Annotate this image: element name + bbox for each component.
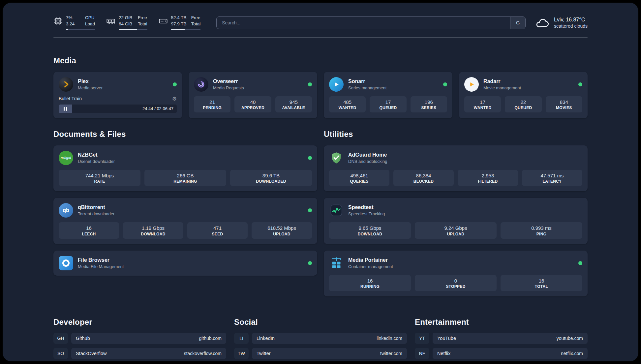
search-provider-button[interactable]: G — [510, 17, 525, 29]
app-name: Media Portainer — [348, 257, 393, 263]
app-desc: Usenet downloader — [78, 159, 115, 164]
stat-tile: 834 MOVIES — [546, 96, 582, 113]
status-dot — [443, 82, 447, 86]
bookmark-url: twitter.com — [380, 351, 402, 356]
disk-free-label: Free — [191, 15, 201, 21]
dashboard-app: 7% 3.24 CPU Load — [3, 3, 638, 361]
stat-tile: 16 TOTAL — [501, 275, 582, 291]
weather-condition: scattered clouds — [554, 23, 588, 29]
cpu-load-value: 3.24 — [66, 21, 80, 27]
stat-tile: 618.52 Mbps UPLOAD — [252, 222, 312, 239]
bookmarks-social: Social LI LinkedIn linkedin.com TW Twitt… — [234, 318, 407, 361]
speedtest-card[interactable]: Speedtest Speedtest Tracking 9.65 Gbps D… — [324, 198, 588, 244]
memory-total-label: Total — [138, 21, 147, 27]
topbar: 7% 3.24 CPU Load — [53, 15, 588, 30]
media-section: Media Plex Media server — [53, 56, 588, 118]
bookmark-name: StackOverflow — [76, 351, 107, 356]
stat-tile: 485 WANTED — [329, 96, 366, 113]
stat-tile: 86,384 BLOCKED — [393, 170, 454, 186]
bookmark-url: stackoverflow.com — [184, 351, 222, 356]
memory-free-label: Free — [138, 15, 147, 21]
section-title-media: Media — [53, 56, 588, 65]
bookmark-name: Twitter — [257, 351, 271, 356]
disk-progress-bar — [171, 29, 201, 30]
app-desc: Media server — [78, 85, 103, 90]
bookmark-url: netflix.com — [561, 351, 583, 356]
sonarr-card[interactable]: Sonarr Series management 485 WANTED 17 Q… — [324, 72, 452, 118]
memory-free-value: 22 GiB — [119, 15, 133, 21]
speedtest-icon — [329, 203, 344, 218]
bookmark-abbr: GH — [53, 333, 68, 344]
bookmark-netflix[interactable]: NF Netflix netflix.com — [415, 348, 588, 359]
stat-tile: 17 WANTED — [464, 96, 501, 113]
stat-tile: 0 STOPPED — [415, 275, 497, 291]
weather-widget: Lviv, 16.87°C scattered clouds — [535, 17, 588, 29]
disk-free-value: 52.4 TB — [171, 15, 187, 21]
weather-location: Lviv, 16.87°C — [554, 17, 588, 23]
qbittorrent-card[interactable]: qb qBittorrent Torrent downloader 16 — [53, 198, 317, 244]
bookmark-github[interactable]: GH Github github.com — [53, 333, 226, 344]
app-desc: Container management — [348, 264, 393, 269]
bookmark-name: Netflix — [437, 351, 450, 356]
cpu-progress-bar — [66, 29, 95, 30]
cpu-load-label: Load — [85, 21, 95, 27]
stat-tile: 471 SEED — [187, 222, 248, 239]
pause-button[interactable] — [59, 105, 72, 113]
app-name: Radarr — [483, 78, 521, 84]
stat-tile: 9.65 Gbps DOWNLOAD — [329, 222, 411, 239]
search-bar[interactable]: G — [216, 16, 526, 29]
status-dot — [578, 261, 582, 265]
now-playing-title: Bullet Train — [59, 96, 82, 101]
adguard-shield-icon — [329, 151, 344, 165]
bookmark-twitter[interactable]: TW Twitter twitter.com — [234, 348, 407, 359]
gear-icon[interactable]: ⚙ — [172, 96, 177, 102]
stat-tile: 16 LEECH — [59, 222, 119, 239]
playback-progress-bar[interactable]: 24:44 / 02:06:47 — [59, 105, 177, 113]
section-title-utilities: Utilities — [324, 130, 588, 139]
status-dot — [173, 82, 177, 86]
app-name: File Browser — [78, 257, 124, 263]
overseerr-card[interactable]: Overseerr Media Requests 21 PENDING 40 A… — [189, 72, 317, 118]
bookmarks-entertainment: Entertainment YT YouTube youtube.com NF … — [415, 318, 588, 361]
bookmark-abbr: YT — [415, 333, 429, 344]
nzbget-card[interactable]: nzbget NZBGet Usenet downloader 744.21 M… — [53, 145, 317, 192]
filebrowser-icon — [59, 256, 73, 270]
bookmark-url: youtube.com — [557, 336, 583, 341]
filebrowser-card[interactable]: File Browser Media File Management — [53, 251, 317, 276]
status-dot — [308, 156, 312, 160]
app-desc: Media File Management — [78, 264, 124, 269]
playback-time: 24:44 / 02:06:47 — [142, 106, 177, 111]
search-input[interactable] — [217, 17, 510, 29]
stat-tile: 945 AVAILABLE — [275, 96, 312, 113]
app-desc: Speedtest Tracking — [348, 211, 385, 216]
bookmark-url: linkedin.com — [377, 336, 402, 341]
cpu-widget: 7% 3.24 CPU Load — [53, 15, 95, 30]
app-name: Plex — [78, 78, 103, 84]
radarr-card[interactable]: Radarr Movie management 17 WANTED 22 QUE… — [459, 72, 588, 118]
plex-card[interactable]: Plex Media server Bullet Train ⚙ 24:44 /… — [53, 72, 182, 118]
bookmark-abbr: SO — [53, 348, 68, 359]
bookmark-stackoverflow[interactable]: SO StackOverflow stackoverflow.com — [53, 348, 226, 359]
app-desc: Movie management — [483, 85, 521, 90]
plex-icon — [59, 77, 73, 92]
portainer-card[interactable]: Media Portainer Container management 16 … — [324, 251, 588, 297]
bookmark-youtube[interactable]: YT YouTube youtube.com — [415, 333, 588, 344]
adguard-card[interactable]: AdGuard Home DNS and adblocking 498,461 … — [324, 145, 588, 192]
app-name: NZBGet — [78, 152, 115, 158]
status-dot — [578, 82, 582, 86]
bookmark-abbr: NF — [415, 348, 429, 359]
bookmarks-developer: Developer GH Github github.com SO StackO… — [53, 318, 226, 361]
memory-total-value: 64 GiB — [119, 21, 133, 27]
stat-tile: 21 PENDING — [194, 96, 230, 113]
bookmark-linkedin[interactable]: LI LinkedIn linkedin.com — [234, 333, 407, 344]
bookmark-name: YouTube — [437, 336, 456, 341]
section-title-developer: Developer — [53, 318, 226, 327]
app-desc: Media Requests — [213, 85, 244, 90]
memory-icon — [106, 16, 115, 26]
stat-tile: 39.6 TB DOWNLOADED — [230, 170, 312, 186]
disk-total-value: 97.9 TB — [171, 21, 187, 27]
app-name: Sonarr — [348, 78, 386, 84]
bookmark-name: LinkedIn — [257, 336, 275, 341]
disk-total-label: Total — [191, 21, 201, 27]
memory-widget: 22 GiB 64 GiB Free Total — [106, 15, 147, 30]
